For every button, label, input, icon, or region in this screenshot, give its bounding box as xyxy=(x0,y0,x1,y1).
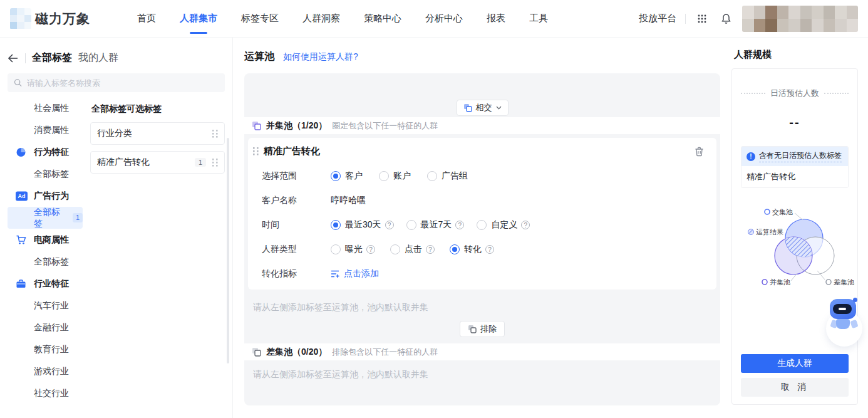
help-icon[interactable]: ? xyxy=(426,245,435,254)
radio-icon xyxy=(331,244,341,254)
category-ad-behavior[interactable]: Ad 广告行为 xyxy=(8,185,83,207)
scope-row: 选择范围 客户 账户 广告组 xyxy=(253,170,706,182)
diff-pool-placeholder: 请从左侧添加标签至运算池，池内默认取并集 xyxy=(244,360,720,380)
radio-icon xyxy=(406,220,416,230)
customer-name-row: 客户名称 哼哼哈嘿 xyxy=(253,195,706,206)
drag-handle-icon[interactable] xyxy=(212,159,218,167)
user-avatar-blurred[interactable] xyxy=(742,6,858,32)
radio-conversion[interactable]: 转化? xyxy=(450,244,494,255)
nav-item-analysis-center[interactable]: 分析中心 xyxy=(425,1,463,36)
category-industry[interactable]: 行业特征 xyxy=(8,273,83,295)
category-ad-all-tags-selected[interactable]: 全部标签 1 xyxy=(8,207,83,229)
nav-right-group: 投放平台 xyxy=(639,6,858,32)
notification-bell-icon[interactable] xyxy=(718,11,733,26)
nav-item-tag-zone[interactable]: 标签专区 xyxy=(241,1,279,36)
nav-item-home[interactable]: 首页 xyxy=(137,1,156,36)
venn-label-difference: 差集池 xyxy=(834,278,854,286)
tag-used-count-badge: 1 xyxy=(195,158,206,167)
cancel-button[interactable]: 取 消 xyxy=(741,378,849,397)
category-auto-industry[interactable]: 汽车行业 xyxy=(8,295,83,316)
category-behavior[interactable]: 行为特征 xyxy=(8,141,83,163)
header-divider xyxy=(25,53,26,63)
category-education-industry[interactable]: 教育行业 xyxy=(8,338,83,360)
nav-item-strategy-center[interactable]: 策略中心 xyxy=(364,1,401,36)
nav-item-audience-market[interactable]: 人群集市 xyxy=(180,1,217,36)
pool-panel: 相交 并集池（1/20） 圈定包含以下任一特征的人群 精准广告转化 选择范围 xyxy=(244,73,720,405)
assistant-robot-mascot[interactable] xyxy=(824,294,865,348)
radio-account[interactable]: 账户 xyxy=(379,170,411,182)
radio-icon xyxy=(477,220,487,230)
exclude-operator-button[interactable]: 排除 xyxy=(460,321,505,337)
selected-count-badge: 1 xyxy=(73,213,83,222)
radio-last-7-days[interactable]: 最近7天? xyxy=(406,219,465,231)
radio-icon xyxy=(379,171,389,181)
union-pool-title: 并集池（1/20） xyxy=(266,120,327,132)
category-game-industry[interactable]: 游戏行业 xyxy=(8,360,83,382)
diff-pool-icon xyxy=(252,347,261,357)
intersect-legend-marker xyxy=(765,209,770,214)
radio-icon xyxy=(427,171,437,181)
list-plus-icon xyxy=(331,269,340,278)
dotted-leader xyxy=(741,93,765,94)
pool-venn-diagram: 交集池 运算结果 并集池 差集池 xyxy=(741,197,865,300)
tab-all-tags[interactable]: 全部标签 xyxy=(32,51,72,65)
pie-chart-icon xyxy=(16,147,26,157)
top-navigation: 磁力万象 首页 人群集市 标签专区 人群洞察 策略中心 分析中心 报表 工具 投… xyxy=(0,0,868,38)
nav-item-tools[interactable]: 工具 xyxy=(529,1,548,36)
selectable-tag-list: 全部标签可选标签 行业分类 精准广告转化 1 xyxy=(83,97,225,404)
brand: 磁力万象 xyxy=(10,8,126,29)
intersect-operator-button[interactable]: 相交 xyxy=(457,100,509,116)
estimate-value: -- xyxy=(741,115,849,130)
help-icon[interactable]: ? xyxy=(485,245,494,254)
tag-card-precise-ad-conversion[interactable]: 精准广告转化 1 xyxy=(90,151,225,174)
diff-pool-title: 差集池（0/20） xyxy=(266,347,327,358)
tag-card-industry-classification[interactable]: 行业分类 xyxy=(90,122,225,145)
radio-exposure[interactable]: 曝光? xyxy=(331,244,375,255)
help-icon[interactable]: ? xyxy=(385,221,394,229)
tag-search-box xyxy=(8,73,225,92)
radio-last-30-days[interactable]: 最近30天? xyxy=(331,219,394,231)
radio-custom-range[interactable]: 自定义? xyxy=(477,219,530,231)
exclude-icon xyxy=(468,325,477,333)
radio-customer[interactable]: 客户 xyxy=(331,170,363,182)
diff-pool-desc: 排除包含以下任一特征的人群 xyxy=(332,347,438,358)
category-ecommerce[interactable]: 电商属性 xyxy=(8,229,83,251)
time-row: 时间 最近30天? 最近7天? 自定义? xyxy=(253,219,706,231)
primary-nav: 首页 人群集市 标签专区 人群洞察 策略中心 分析中心 报表 工具 xyxy=(137,1,548,36)
add-conversion-metric-link[interactable]: 点击添加 xyxy=(331,268,379,280)
category-finance-industry[interactable]: 金融行业 xyxy=(8,316,83,338)
apps-grid-icon[interactable] xyxy=(695,11,710,26)
nav-item-report[interactable]: 报表 xyxy=(487,1,505,36)
tab-my-audience[interactable]: 我的人群 xyxy=(78,51,118,65)
help-icon[interactable]: ? xyxy=(521,221,530,229)
drag-handle-icon[interactable] xyxy=(212,130,218,138)
generate-audience-button[interactable]: 生成人群 xyxy=(741,354,849,373)
venn-label-result: 运算结果 xyxy=(756,228,783,236)
scale-card: 日活预估人数 -- ! 含有无日活预估人数标签 精准广告转化 xyxy=(731,68,858,405)
tag-list-scrollbar[interactable] xyxy=(227,138,229,363)
venn-label-union: 并集池 xyxy=(770,278,790,286)
cart-icon xyxy=(16,234,26,245)
delete-tag-icon[interactable] xyxy=(695,147,704,157)
category-social-industry[interactable]: 社交行业 xyxy=(8,382,83,404)
conversion-metric-row: 转化指标 点击添加 xyxy=(253,268,706,280)
ad-platform-link[interactable]: 投放平台 xyxy=(639,13,676,24)
how-to-use-link[interactable]: 如何使用运算人群? xyxy=(283,51,358,63)
category-ecommerce-all-tags[interactable]: 全部标签 xyxy=(8,251,83,273)
search-input[interactable] xyxy=(27,78,219,88)
help-icon[interactable]: ? xyxy=(455,221,464,229)
notice-box: ! 含有无日活预估人数标签 精准广告转化 xyxy=(741,146,849,188)
category-behavior-all-tags[interactable]: 全部标签 xyxy=(8,163,83,185)
brand-name: 磁力万象 xyxy=(35,10,90,28)
category-consume[interactable]: 消费属性 xyxy=(8,119,83,141)
back-arrow-icon[interactable] xyxy=(8,53,19,63)
notice-text[interactable]: 含有无日活预估人数标签 xyxy=(759,150,842,162)
category-social[interactable]: 社会属性 xyxy=(8,97,83,119)
drag-handle-icon[interactable] xyxy=(253,147,259,155)
radio-click[interactable]: 点击? xyxy=(390,244,435,255)
category-list: 社会属性 消费属性 行为特征 全部标签 Ad 广告行为 全部标签 1 电商属性 xyxy=(8,97,83,404)
nav-item-audience-insight[interactable]: 人群洞察 xyxy=(302,1,340,36)
help-icon[interactable]: ? xyxy=(366,245,375,254)
result-legend-marker xyxy=(748,229,754,235)
radio-ad-group[interactable]: 广告组 xyxy=(427,170,468,182)
